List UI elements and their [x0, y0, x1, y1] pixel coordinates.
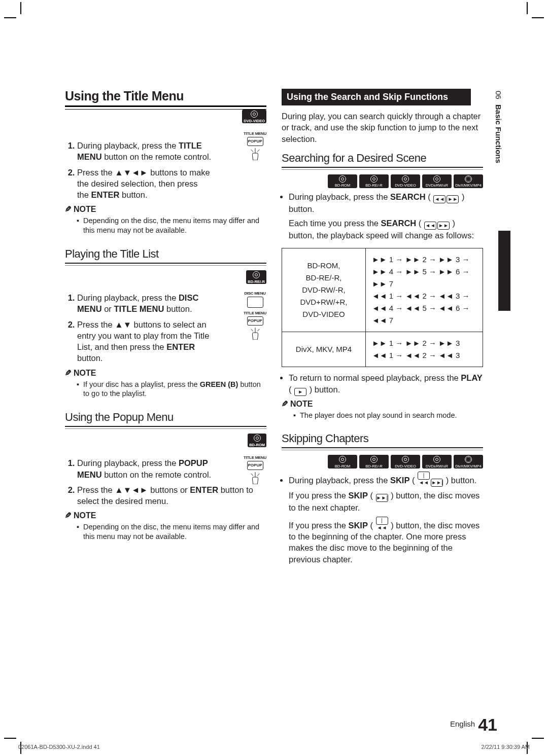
- left-column: Using the Title Menu DVD-VIDEO TITLE MEN…: [65, 89, 266, 565]
- table-cell: ►► 1 → ►► 2 → ►► 3 ◄◄ 1 → ◄◄ 2 → ◄◄ 3: [366, 332, 483, 367]
- skip-back-icon: |◄◄: [418, 472, 430, 480]
- disc-badge: BD-RE/-R: [359, 174, 389, 188]
- remote-icon-title-menu: TITLE MENU POPUP: [244, 455, 266, 484]
- note-icon: ✎: [282, 399, 288, 409]
- bullet-item: During playback, press the SKIP ( |◄◄►►|…: [289, 472, 483, 487]
- bullet-item: To return to normal speed playback, pres…: [289, 372, 483, 395]
- return-bullet: To return to normal speed playback, pres…: [282, 372, 483, 395]
- section-bar-search-skip: Using the Search and Skip Functions: [282, 89, 471, 105]
- note-list: Depending on the disc, the menu items ma…: [65, 522, 266, 542]
- note-icon: ✎: [65, 511, 72, 520]
- note-icon: ✎: [65, 368, 72, 378]
- note-icon: ✎: [65, 204, 72, 214]
- disc-badge: DVD-VIDEO: [391, 174, 420, 188]
- disc-badge-row: BD-ROM BD-RE/-R DVD-VIDEO DVD±RW/±R DivX…: [282, 174, 483, 188]
- remote-icon-title-menu: TITLE MENU POPUP: [244, 131, 266, 160]
- table-cell: ►► 1 → ►► 2 → ►► 3 → ►► 4 → ►► 5 → ►► 6 …: [366, 248, 483, 332]
- title-menu-steps: During playback, press the TITLE MENU bu…: [65, 140, 266, 200]
- disc-badge: DVD-VIDEO: [391, 455, 420, 469]
- note-heading: ✎NOTE: [282, 399, 483, 409]
- note-heading: ✎NOTE: [65, 204, 266, 214]
- title-list-steps: During playback, press the DISC MENU or …: [65, 292, 266, 364]
- side-chapter-label: 06 Basic Functions: [491, 89, 505, 171]
- disc-badge: BD-RE/-R: [359, 455, 389, 469]
- disc-badge-row: BD-ROM BD-RE/-R DVD-VIDEO DVD±RW/±R DivX…: [282, 454, 483, 469]
- search-bullet-list: During playback, press the SEARCH ( ◄◄►►…: [282, 191, 483, 214]
- print-timestamp: 2/22/11 9:30:39 AM: [482, 744, 530, 750]
- page-footer: English41: [450, 715, 497, 735]
- heading-search-scene: Searching for a Desired Scene: [282, 152, 483, 165]
- hand-icon: [248, 470, 262, 484]
- note-list: If your disc has a playlist, press the G…: [65, 380, 266, 399]
- right-column: 06 Basic Functions Using the Search and …: [282, 89, 483, 565]
- search-speed-table: BD-ROM, BD-RE/-R, DVD-RW/-R, DVD+RW/+R, …: [282, 248, 483, 367]
- bullet-item: During playback, press the SEARCH ( ◄◄►►…: [289, 191, 483, 214]
- heading-popup-menu: Using the Popup Menu: [65, 411, 266, 424]
- skip-back-icon: |◄◄: [376, 517, 388, 525]
- remote-icon-disc-title-menu: DISC MENU TITLE MENU POPUP: [244, 291, 266, 340]
- disc-badge: DivX/MKV/MP4: [454, 174, 483, 188]
- note-item: The player does not play sound in search…: [300, 411, 483, 420]
- skip-paragraph-1: If you press the SKIP ( ►►| ) button, th…: [282, 490, 483, 513]
- rewind-icon: ◄◄: [433, 195, 446, 203]
- disc-badge: DVD±RW/±R: [422, 174, 452, 188]
- table-row: DivX, MKV, MP4 ►► 1 → ►► 2 → ►► 3 ◄◄ 1 →…: [282, 332, 483, 367]
- play-icon: ►: [294, 388, 306, 396]
- heading-title-list: Playing the Title List: [65, 247, 266, 261]
- hand-icon: [248, 326, 262, 340]
- fastforward-icon: ►►: [447, 195, 459, 203]
- badge-bdre: BD-RE/-R: [246, 270, 266, 284]
- note-heading: ✎NOTE: [65, 368, 266, 378]
- step-2: Press the ▲▼ buttons to select an entry …: [77, 319, 212, 364]
- step-1: During playback, press the POPUP MENU bu…: [77, 457, 212, 480]
- skip-paragraph-2: If you press the SKIP ( |◄◄ ) button, th…: [282, 517, 483, 565]
- popup-button-icon: POPUP: [247, 461, 263, 470]
- skip-forward-icon: ►►|: [376, 494, 388, 502]
- popup-button-icon: POPUP: [247, 137, 263, 146]
- print-file: 02061A-BD-D5300-XU-2.indd 41: [18, 744, 100, 750]
- fastforward-icon: ►►: [437, 222, 450, 230]
- note-item: Depending on the disc, the menu items ma…: [83, 216, 266, 235]
- disc-menu-button-icon: [247, 297, 263, 308]
- page-content: Using the Title Menu DVD-VIDEO TITLE MEN…: [65, 89, 483, 565]
- skip-bullet: During playback, press the SKIP ( |◄◄►►|…: [282, 472, 483, 487]
- rewind-icon: ◄◄: [424, 222, 436, 230]
- heading-title-menu: Using the Title Menu: [65, 89, 266, 103]
- disc-badge: DVD±RW/±R: [422, 455, 452, 469]
- intro-paragraph: During play, you can search quickly thro…: [282, 111, 483, 145]
- note-list: The player does not play sound in search…: [282, 411, 483, 420]
- step-2: Press the ▲▼◄► buttons or ENTER button t…: [77, 484, 266, 507]
- table-cell: BD-ROM, BD-RE/-R, DVD-RW/-R, DVD+RW/+R, …: [282, 248, 366, 332]
- note-list: Depending on the disc, the menu items ma…: [65, 216, 266, 235]
- side-tab-marker: [498, 231, 510, 311]
- step-1: During playback, press the DISC MENU or …: [77, 292, 212, 315]
- skip-forward-icon: ►►|: [431, 479, 443, 487]
- search-line2: Each time you press the SEARCH ( ◄◄►► ) …: [282, 218, 483, 241]
- step-1: During playback, press the TITLE MENU bu…: [77, 140, 212, 163]
- step-2: Press the ▲▼◄► buttons to make the desir…: [77, 167, 212, 201]
- table-row: BD-ROM, BD-RE/-R, DVD-RW/-R, DVD+RW/+R, …: [282, 248, 483, 332]
- disc-badge: BD-ROM: [328, 174, 357, 188]
- note-item: Depending on the disc, the menu items ma…: [83, 522, 266, 542]
- note-heading: ✎NOTE: [65, 511, 266, 520]
- note-item: If your disc has a playlist, press the G…: [83, 380, 266, 399]
- print-metadata: 02061A-BD-D5300-XU-2.indd 41 2/22/11 9:3…: [18, 744, 530, 750]
- table-cell: DivX, MKV, MP4: [282, 332, 366, 367]
- popup-button-icon: POPUP: [247, 316, 263, 326]
- popup-menu-steps: During playback, press the POPUP MENU bu…: [65, 457, 266, 507]
- disc-badge: BD-ROM: [328, 455, 357, 469]
- heading-skip-chapters: Skipping Chapters: [282, 432, 483, 445]
- hand-icon: [248, 146, 262, 160]
- disc-badge: DivX/MKV/MP4: [454, 455, 483, 469]
- badge-dvd-video: DVD-VIDEO: [242, 109, 266, 123]
- badge-bdrom: BD-ROM: [248, 433, 266, 447]
- page-number: 41: [478, 715, 497, 734]
